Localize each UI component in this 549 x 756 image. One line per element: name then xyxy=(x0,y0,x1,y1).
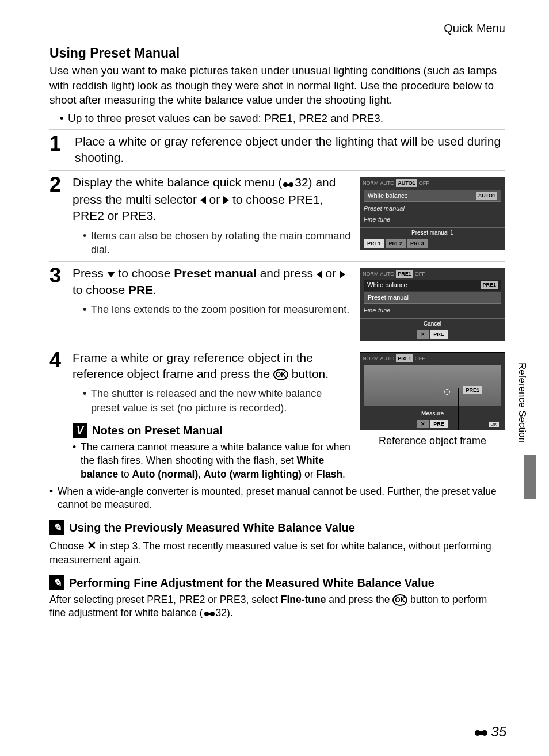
step-1: 1 Place a white or gray reference object… xyxy=(49,129,505,167)
step-3-text: Press to choose Preset manual and press … xyxy=(73,265,353,298)
strip: NORM xyxy=(363,180,379,186)
crossref-icon xyxy=(474,723,489,741)
t: Display the white balance quick menu ( xyxy=(73,175,282,189)
ref-number: 32 xyxy=(216,607,227,618)
chip: PRE xyxy=(430,330,448,338)
section-header: Quick Menu xyxy=(49,21,505,36)
t: or xyxy=(206,193,223,206)
t: , xyxy=(198,468,204,480)
chip: PRE3 xyxy=(407,239,428,247)
ref-number: 32 xyxy=(295,175,308,189)
step-4: 4 Frame a white or gray reference object… xyxy=(49,346,505,484)
crossref-icon xyxy=(282,175,295,192)
menu-row-value: AUTO1 xyxy=(476,192,497,200)
t: Choose xyxy=(49,540,87,552)
step-2-sub: Items can also be chosen by rotating the… xyxy=(83,229,353,257)
left-arrow-icon xyxy=(317,270,322,278)
thumb-tab xyxy=(524,455,536,499)
bold: Preset manual xyxy=(174,266,257,280)
strip: OFF xyxy=(415,355,425,362)
strip: AUTO xyxy=(380,180,395,186)
step-number: 2 xyxy=(49,174,66,257)
ok-button-icon: OK xyxy=(273,369,288,380)
warning-icon: V xyxy=(73,423,87,438)
svg-rect-2 xyxy=(285,184,291,186)
strip: AUTO xyxy=(380,355,395,362)
right-arrow-icon xyxy=(340,270,345,278)
menu-row-label: Preset manual xyxy=(368,293,409,302)
step-1-text: Place a white or gray reference object u… xyxy=(75,133,505,166)
step-4-text: Frame a white or gray reference object i… xyxy=(73,350,353,383)
note-2-body: Choose ✕ in step 3. The most recently me… xyxy=(49,538,505,567)
screenshot-a: NORM AUTO AUTO1 OFF White balanceAUTO1 P… xyxy=(360,177,505,250)
chip: PRE xyxy=(430,420,448,428)
strip: NORM xyxy=(363,270,379,277)
strip: OFF xyxy=(419,180,429,186)
bold: Auto (normal) xyxy=(132,468,199,480)
menu-row-value: PRE1 xyxy=(481,281,498,289)
step-4-sub: The shutter is released and the new whit… xyxy=(83,387,353,415)
leader-line xyxy=(458,388,459,430)
ok-chip: OK xyxy=(489,422,499,428)
intro-paragraph: Use when you want to make pictures taken… xyxy=(49,63,505,108)
t: to choose xyxy=(115,266,174,280)
chip: ✕ xyxy=(417,330,429,338)
t: and press xyxy=(257,266,317,280)
t: or xyxy=(322,266,340,280)
t: to xyxy=(118,468,132,480)
pencil-icon: ✎ xyxy=(49,520,64,535)
x-icon: ✕ xyxy=(87,539,97,552)
strip: OFF xyxy=(415,270,425,277)
t: to choose xyxy=(73,283,128,296)
strip-active: PRE1 xyxy=(396,270,413,278)
step-number: 4 xyxy=(49,350,66,483)
side-section-label: Reference Section xyxy=(515,362,528,443)
menu-line: White balance xyxy=(367,281,407,289)
note-1-title: Notes on Preset Manual xyxy=(92,423,223,438)
screenshot-c-caption: Reference object frame xyxy=(360,434,505,448)
strip: NORM xyxy=(363,355,379,362)
note-2-title: Using the Previously Measured White Bala… xyxy=(69,520,355,536)
step-3-sub: The lens extends to the zoom position fo… xyxy=(83,303,353,316)
screenshot-b: NORM AUTO PRE1 OFF White balancePRE1 Pre… xyxy=(360,268,505,341)
bold: Auto (warm lighting) xyxy=(204,468,302,480)
note-3-body: After selecting preset PRE1, PRE2 or PRE… xyxy=(49,593,505,621)
page-title: Using Preset Manual xyxy=(49,44,505,62)
page-num-value: 35 xyxy=(491,723,506,741)
pencil-icon: ✎ xyxy=(49,575,64,590)
chip: PRE2 xyxy=(386,239,406,247)
chip: ✕ xyxy=(417,420,429,428)
step-2-text: Display the white balance quick menu (32… xyxy=(73,174,353,224)
screen-footer: Preset manual 1 xyxy=(360,227,505,238)
t: and press the xyxy=(326,594,392,605)
t: or xyxy=(302,468,316,480)
bold: Flash xyxy=(316,468,342,480)
bold: PRE xyxy=(128,283,153,296)
strip-active: AUTO1 xyxy=(396,179,417,187)
bold: Fine-tune xyxy=(281,594,326,605)
ok-button-icon: OK xyxy=(392,594,407,606)
t: . xyxy=(342,468,345,480)
chip: PRE1 xyxy=(364,239,384,247)
note-1-bullet-2: When a wide-angle converter is mounted, … xyxy=(49,485,505,512)
screen-footer: Cancel xyxy=(360,318,505,329)
svg-rect-5 xyxy=(207,613,212,615)
reference-frame-graphic: PRE1 xyxy=(364,365,501,406)
t: ). xyxy=(227,607,233,618)
t: . xyxy=(153,283,157,296)
right-arrow-icon xyxy=(223,196,229,204)
note-3-title: Performing Fine Adjustment for the Measu… xyxy=(69,575,434,591)
step-number: 1 xyxy=(49,133,66,166)
t: button. xyxy=(288,367,329,380)
strip-active: PRE1 xyxy=(396,354,413,362)
left-arrow-icon xyxy=(200,196,206,204)
page-number: 35 xyxy=(474,723,506,741)
crossref-icon xyxy=(203,607,216,621)
menu-line: Fine-tune xyxy=(360,214,505,225)
strip: AUTO xyxy=(380,270,395,277)
t: in step 3. The most recently measured va… xyxy=(49,540,491,566)
step-number: 3 xyxy=(49,265,66,341)
screenshot-c: NORM AUTO PRE1 OFF PRE1 Measure ✕ PRE OK xyxy=(360,352,505,431)
svg-rect-8 xyxy=(478,731,485,735)
t: After selecting preset PRE1, PRE2 or PRE… xyxy=(49,594,281,605)
